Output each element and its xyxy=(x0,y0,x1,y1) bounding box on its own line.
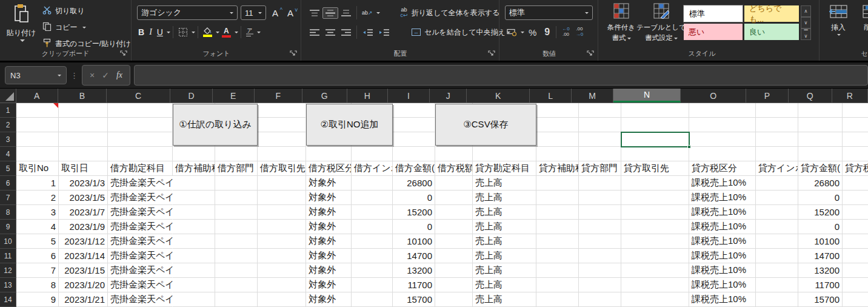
cell-D10[interactable] xyxy=(173,234,215,249)
cell-A14[interactable]: 9 xyxy=(16,292,59,307)
cell-C4[interactable] xyxy=(108,147,173,161)
cell-Q10[interactable]: 10100 xyxy=(798,234,843,249)
cell-P11[interactable] xyxy=(756,249,798,263)
cell-P10[interactable] xyxy=(756,234,798,249)
cell-O9[interactable]: 課税売上10% xyxy=(689,220,756,234)
cell-N13[interactable] xyxy=(621,278,689,292)
cell-I8[interactable]: 15200 xyxy=(393,205,435,220)
cell-L8[interactable] xyxy=(536,205,579,220)
cell-O5[interactable]: 貸方税区分 xyxy=(689,161,756,176)
cell-B3[interactable] xyxy=(59,132,108,147)
align-bottom-button[interactable] xyxy=(338,7,354,19)
cell-Q14[interactable]: 15700 xyxy=(798,292,843,307)
cell-B13[interactable]: 2023/1/20 xyxy=(59,278,108,292)
cell-D12[interactable] xyxy=(173,263,215,278)
column-header-J[interactable]: J xyxy=(430,89,467,103)
cell-I12[interactable]: 13200 xyxy=(393,263,435,278)
column-header-K[interactable]: K xyxy=(467,89,530,103)
cell-H8[interactable] xyxy=(352,205,393,220)
cell-N1[interactable] xyxy=(621,103,689,118)
cell-E14[interactable] xyxy=(215,292,258,307)
gallery-scroll-down-icon[interactable]: ∨ xyxy=(801,17,811,29)
cell-G10[interactable]: 対象外 xyxy=(306,234,352,249)
cell-K14[interactable]: 売上高 xyxy=(473,292,536,307)
font-name-combo[interactable]: 游ゴシック xyxy=(137,5,238,20)
wrap-text-button[interactable]: abc↩ 折り返して全体を表示する xyxy=(398,5,502,20)
cell-J10[interactable] xyxy=(435,234,473,249)
cell-J12[interactable] xyxy=(435,263,473,278)
macro-button-1[interactable]: ①仕訳の取り込み xyxy=(173,104,258,146)
column-header-E[interactable]: E xyxy=(213,89,255,103)
cell-M7[interactable] xyxy=(579,191,621,205)
cell-C8[interactable]: 売掛金楽天ペイ xyxy=(108,205,173,220)
cell-L6[interactable] xyxy=(536,176,579,191)
cell-H6[interactable] xyxy=(352,176,393,191)
column-header-F[interactable]: F xyxy=(255,89,302,103)
cell-L11[interactable] xyxy=(536,249,579,263)
cell-I2[interactable] xyxy=(393,118,435,132)
cell-C7[interactable]: 売掛金楽天ペイ xyxy=(108,191,173,205)
column-header-H[interactable]: H xyxy=(347,89,388,103)
cell-A2[interactable] xyxy=(16,118,59,132)
accounting-format-button[interactable] xyxy=(504,26,519,38)
cell-D9[interactable] xyxy=(173,220,215,234)
cell-P6[interactable] xyxy=(756,176,798,191)
cell-E4[interactable] xyxy=(215,147,258,161)
cell-E13[interactable] xyxy=(215,278,258,292)
cell-R1[interactable] xyxy=(843,103,868,118)
cell-J7[interactable] xyxy=(435,191,473,205)
cell-F9[interactable] xyxy=(258,220,306,234)
cell-J14[interactable] xyxy=(435,292,473,307)
cancel-entry-icon[interactable]: × xyxy=(90,70,95,80)
row-header-14[interactable]: 14 xyxy=(0,292,16,307)
cell-G7[interactable]: 対象外 xyxy=(306,191,352,205)
cell-J6[interactable] xyxy=(435,176,473,191)
cell-Q3[interactable] xyxy=(798,132,843,147)
cell-L10[interactable] xyxy=(536,234,579,249)
row-header-12[interactable]: 12 xyxy=(0,263,16,278)
cell-M14[interactable] xyxy=(579,292,621,307)
merge-center-button[interactable]: ↔ セルを結合して中央揃え xyxy=(409,25,513,39)
cell-K8[interactable]: 売上高 xyxy=(473,205,536,220)
cell-O3[interactable] xyxy=(689,132,756,147)
cell-Q1[interactable] xyxy=(798,103,843,118)
cell-M13[interactable] xyxy=(579,278,621,292)
cell-style-normal[interactable]: 標準 xyxy=(684,5,743,22)
cell-R9[interactable] xyxy=(843,220,868,234)
increase-indent-button[interactable] xyxy=(376,27,392,38)
clipboard-dialog-launcher-icon[interactable] xyxy=(120,50,127,58)
cell-P7[interactable] xyxy=(756,191,798,205)
cell-L1[interactable] xyxy=(536,103,579,118)
font-color-button[interactable]: A xyxy=(219,26,233,39)
cell-A6[interactable]: 1 xyxy=(16,176,59,191)
column-header-G[interactable]: G xyxy=(302,89,347,103)
cell-L3[interactable] xyxy=(536,132,579,147)
cell-P9[interactable] xyxy=(756,220,798,234)
row-header-4[interactable]: 4 xyxy=(0,147,16,161)
cell-K5[interactable]: 貸方勘定科目 xyxy=(473,161,536,176)
cell-P13[interactable] xyxy=(756,278,798,292)
cell-B12[interactable]: 2023/1/15 xyxy=(59,263,108,278)
cell-P8[interactable] xyxy=(756,205,798,220)
cell-I11[interactable]: 14700 xyxy=(393,249,435,263)
delete-cells-button[interactable]: 削除 xyxy=(857,3,868,36)
name-box[interactable]: N3 xyxy=(5,66,67,84)
cell-B2[interactable] xyxy=(59,118,108,132)
cell-L4[interactable] xyxy=(536,147,579,161)
italic-button[interactable]: I xyxy=(147,26,155,38)
cell-C10[interactable]: 売掛金楽天ペイ xyxy=(108,234,173,249)
cell-I10[interactable]: 10100 xyxy=(393,234,435,249)
cell-I7[interactable]: 0 xyxy=(393,191,435,205)
phonetic-guide-button[interactable]: ア xyxy=(244,27,256,38)
cell-I13[interactable]: 11700 xyxy=(393,278,435,292)
alignment-dialog-launcher-icon[interactable] xyxy=(488,50,495,58)
cell-R14[interactable] xyxy=(843,292,868,307)
column-header-D[interactable]: D xyxy=(170,89,212,103)
cell-G8[interactable]: 対象外 xyxy=(306,205,352,220)
fill-color-button[interactable] xyxy=(201,26,215,38)
cell-D7[interactable] xyxy=(173,191,215,205)
cell-O11[interactable]: 課税売上10% xyxy=(689,249,756,263)
cell-O6[interactable]: 課税売上10% xyxy=(689,176,756,191)
cell-G12[interactable]: 対象外 xyxy=(306,263,352,278)
cell-C2[interactable] xyxy=(108,118,173,132)
